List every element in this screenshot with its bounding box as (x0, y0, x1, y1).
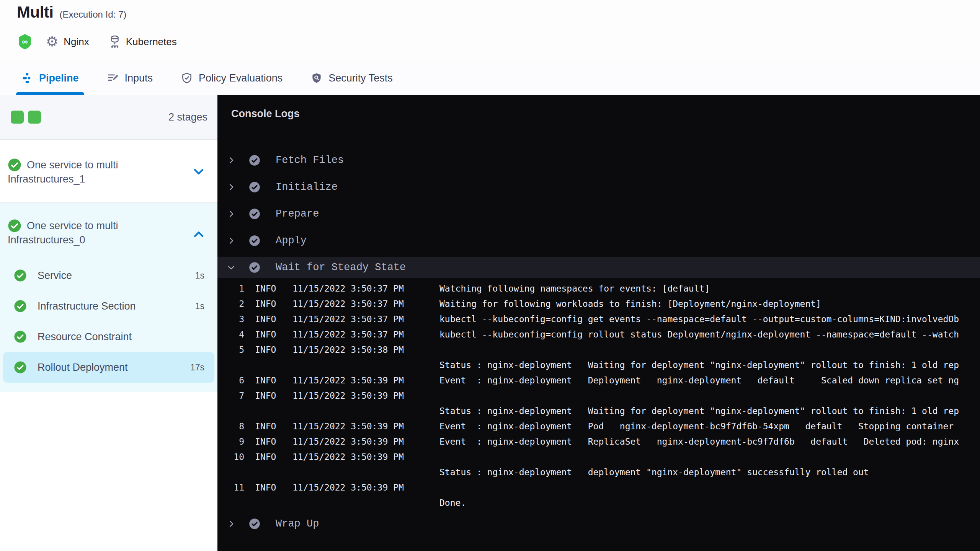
console-step-prepare[interactable]: Prepare (217, 201, 980, 227)
console-step-wait-for-steady-state[interactable]: Wait for Steady State (217, 257, 980, 278)
log-line: 11INFO11/15/2022 3:50:39 PM (217, 480, 980, 495)
stage-step-label: Rollout Deployment (38, 362, 128, 373)
log-line-number: 4 (223, 329, 244, 339)
tab-pipeline[interactable]: Pipeline (21, 61, 79, 95)
expanded-stage-group: One service to multi Infrastructures_0 S… (0, 203, 217, 392)
log-timestamp: 11/15/2022 3:50:39 PM (292, 391, 407, 401)
title-row: Multi (Execution Id: 7) (17, 3, 126, 21)
log-line: Done. (217, 495, 980, 510)
log-message: Event : nginx-deployment Pod nginx-deplo… (439, 421, 954, 431)
log-line: 6INFO11/15/2022 3:50:39 PMEvent : nginx-… (217, 373, 980, 388)
shield-magnifier-icon (311, 72, 322, 84)
log-output: 1INFO11/15/2022 3:50:37 PMWatching follo… (217, 281, 980, 510)
chevron-down-icon[interactable] (192, 165, 205, 178)
stage-name: One service to multi Infrastructures_1 (8, 158, 189, 186)
svg-text:∞: ∞ (22, 37, 28, 46)
stage-item-infrastructures-1[interactable]: One service to multi Infrastructures_1 (0, 140, 217, 203)
tab-inputs[interactable]: Inputs (107, 61, 153, 95)
log-message: kubectl --kubeconfig=config rollout stat… (439, 329, 959, 339)
stage-step-service[interactable]: Service1s (3, 260, 214, 291)
log-timestamp: 11/15/2022 3:50:39 PM (292, 437, 407, 447)
log-line-number: 11 (223, 483, 244, 492)
stage-count: 2 stages (168, 111, 207, 123)
stage-step-list: Service1sInfrastructure Section1sResourc… (0, 260, 217, 383)
tab-security-tests[interactable]: Security Tests (311, 61, 393, 95)
service-label: Nginx (64, 36, 89, 48)
log-message: Waiting for following workloads to finis… (439, 299, 821, 309)
log-level: INFO (255, 375, 277, 385)
success-check-icon (14, 269, 27, 282)
chevron-down-icon (227, 263, 236, 272)
shield-check-icon (181, 72, 193, 84)
tab-label: Pipeline (39, 72, 79, 84)
console-step-apply[interactable]: Apply (217, 227, 980, 254)
log-level: INFO (255, 314, 277, 324)
stage-status-square (11, 111, 24, 124)
stage-step-duration: 17s (190, 362, 204, 373)
log-line: 4INFO11/15/2022 3:50:37 PMkubectl --kube… (217, 327, 980, 342)
log-line-number: 3 (223, 314, 244, 324)
success-check-icon (14, 330, 27, 343)
stage-step-rollout-deployment[interactable]: Rollout Deployment17s (3, 352, 214, 383)
stage-step-label: Resource Constraint (38, 331, 132, 343)
log-level: INFO (255, 284, 277, 293)
success-check-icon (14, 300, 27, 313)
log-message: kubectl --kubeconfig=config get events -… (439, 314, 959, 324)
chevron-up-icon[interactable] (192, 228, 205, 241)
tab-label: Policy Evaluations (199, 72, 283, 84)
stage-step-resource-constraint[interactable]: Resource Constraint (3, 321, 214, 352)
log-line: 5INFO11/15/2022 3:50:38 PM (217, 342, 980, 357)
gear-icon: ⚙ (46, 35, 58, 49)
log-line-number: 6 (223, 375, 244, 385)
infrastructure-icon (109, 35, 121, 48)
log-message: Done. (439, 498, 466, 508)
infra-label: Kubernetes (126, 36, 177, 48)
console-step-fetch-files[interactable]: Fetch Files (217, 147, 980, 174)
console-step-initialize[interactable]: Initialize (217, 174, 980, 201)
log-timestamp: 11/15/2022 3:50:39 PM (292, 421, 407, 431)
success-check-icon (8, 219, 21, 233)
chevron-right-icon (227, 156, 236, 165)
log-level: INFO (255, 452, 277, 462)
log-line: Status : nginx-deployment Waiting for de… (217, 403, 980, 419)
log-line-number: 10 (223, 452, 244, 462)
stage-item-infrastructures-0[interactable]: One service to multi Infrastructures_0 (0, 203, 217, 260)
step-success-icon (249, 262, 260, 273)
execution-header: Multi (Execution Id: 7) ∞ ⚙ Nginx Kubern… (0, 0, 980, 61)
log-timestamp: 11/15/2022 3:50:37 PM (292, 314, 407, 324)
step-success-icon (249, 181, 260, 193)
console-step-label: Fetch Files (276, 155, 344, 166)
tab-label: Security Tests (328, 72, 393, 84)
console-logs-header: Console Logs (217, 95, 980, 133)
log-line: 10INFO11/15/2022 3:50:39 PM (217, 449, 980, 465)
stage-step-label: Service (38, 270, 72, 282)
tab-policy-evaluations[interactable]: Policy Evaluations (181, 61, 283, 95)
inputs-icon (107, 72, 119, 84)
stage-sidebar: 2 stages One service to multi Infrastruc… (0, 95, 217, 551)
console-logs-body: Fetch FilesInitializePrepareApply Wait f… (217, 133, 980, 537)
log-message: Status : nginx-deployment deployment "ng… (439, 467, 869, 477)
log-timestamp: 11/15/2022 3:50:37 PM (292, 284, 407, 293)
stage-step-infrastructure-section[interactable]: Infrastructure Section1s (3, 291, 214, 321)
log-level: INFO (255, 421, 277, 431)
console-step-label: Prepare (276, 208, 319, 220)
console-step-list: Fetch FilesInitializePrepareApply (217, 147, 980, 254)
chevron-right-icon (227, 209, 236, 218)
step-success-icon (249, 155, 260, 166)
log-line: 9INFO11/15/2022 3:50:39 PMEvent : nginx-… (217, 434, 980, 449)
console-step-label: Initialize (276, 181, 338, 193)
log-line: 3INFO11/15/2022 3:50:37 PMkubectl --kube… (217, 311, 980, 327)
console-step-wrap-up[interactable]: Wrap Up (217, 510, 980, 537)
console-logs-title: Console Logs (231, 108, 300, 120)
success-check-icon (14, 361, 27, 374)
log-level: INFO (255, 391, 277, 401)
log-level: INFO (255, 345, 277, 355)
stage-step-label: Infrastructure Section (38, 300, 136, 312)
log-line: 1INFO11/15/2022 3:50:37 PMWatching follo… (217, 281, 980, 296)
step-success-icon (249, 208, 260, 220)
log-level: INFO (255, 299, 277, 309)
tab-bar: Pipeline Inputs Policy Evaluations Secur… (0, 61, 980, 95)
step-success-icon (249, 235, 260, 246)
log-line: 8INFO11/15/2022 3:50:39 PMEvent : nginx-… (217, 419, 980, 434)
log-level: INFO (255, 437, 277, 447)
